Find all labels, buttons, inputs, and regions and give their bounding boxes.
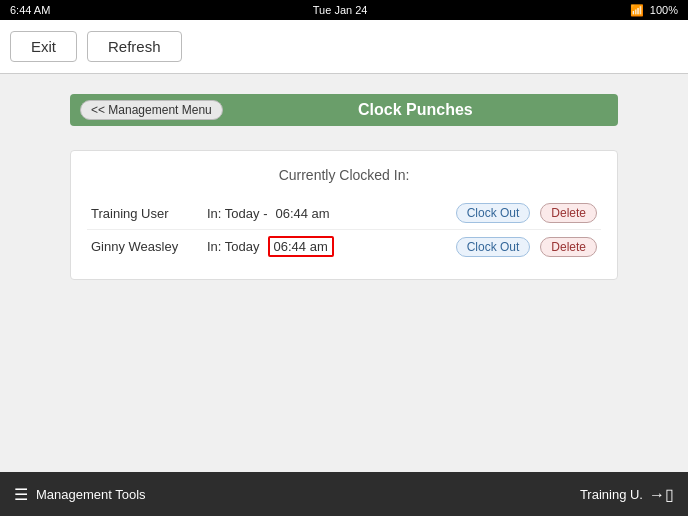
section-title: Currently Clocked In:	[87, 167, 601, 183]
punch-time-2: 06:44 am	[268, 236, 334, 257]
delete-button-1[interactable]: Delete	[540, 203, 597, 223]
bottom-menu-label: Management Tools	[36, 487, 146, 502]
punch-label-1: In: Today -	[207, 206, 267, 221]
management-menu-button[interactable]: << Management Menu	[80, 100, 223, 120]
status-bar: 6:44 AM Tue Jan 24 📶 100%	[0, 0, 688, 20]
refresh-button[interactable]: Refresh	[87, 31, 182, 62]
page-title: Clock Punches	[223, 101, 608, 119]
punch-row-2: Ginny Weasley In: Today 06:44 am Clock O…	[87, 229, 601, 263]
punch-time-1: 06:44 am	[275, 206, 329, 221]
clock-out-button-1[interactable]: Clock Out	[456, 203, 531, 223]
hamburger-icon[interactable]: ☰	[14, 485, 28, 504]
status-day: Tue Jan 24	[313, 4, 368, 16]
battery-label: 100%	[650, 4, 678, 16]
bottom-user-label: Training U.	[580, 487, 643, 502]
exit-button[interactable]: Exit	[10, 31, 77, 62]
bottom-bar: ☰ Management Tools Training U. →▯	[0, 472, 688, 516]
toolbar: Exit Refresh	[0, 20, 688, 74]
logout-icon[interactable]: →▯	[649, 485, 674, 504]
wifi-icon: 📶	[630, 4, 644, 17]
punch-name-1: Training User	[91, 206, 201, 221]
punch-name-2: Ginny Weasley	[91, 239, 201, 254]
content-box: Currently Clocked In: Training User In: …	[70, 150, 618, 280]
green-header-bar: << Management Menu Clock Punches	[70, 94, 618, 126]
delete-button-2[interactable]: Delete	[540, 237, 597, 257]
punch-label-2: In: Today	[207, 239, 260, 254]
main-content: << Management Menu Clock Punches Current…	[0, 74, 688, 472]
status-time: 6:44 AM	[10, 4, 50, 16]
punch-row-1: Training User In: Today - 06:44 am Clock…	[87, 197, 601, 229]
clock-out-button-2[interactable]: Clock Out	[456, 237, 531, 257]
